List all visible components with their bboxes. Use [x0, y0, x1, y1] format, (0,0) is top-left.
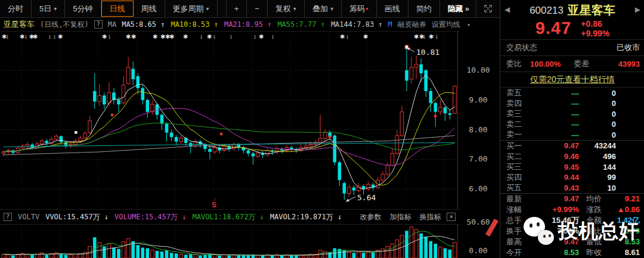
- stat-label: 均价: [579, 194, 614, 204]
- stat-row: 换手7.03%量比0.79: [500, 226, 644, 237]
- price-tick-label: 8.00: [459, 125, 497, 134]
- period-tab-日线[interactable]: 日线: [101, 1, 134, 17]
- period-tab-5日[interactable]: 5日▾: [32, 0, 65, 17]
- toolbar-button-简约[interactable]: 简约: [408, 0, 439, 17]
- bid-row[interactable]: 买三9.45144: [500, 161, 644, 172]
- ask-row[interactable]: 卖五—0: [500, 88, 644, 98]
- ask-volume: 0: [579, 110, 616, 119]
- event-marker-icon: ↕: [53, 33, 56, 41]
- ask-row[interactable]: 卖一—0: [500, 129, 644, 140]
- margin-trading-link[interactable]: 融资融券: [398, 20, 426, 30]
- period-tab-更多周期[interactable]: 更多周期▾: [165, 0, 218, 17]
- toolbar-button-隐藏[interactable]: 隐藏»: [439, 0, 476, 17]
- toolbar: 分时5日▾5分钟日线周线更多周期▾ +−复权▾叠加▾筹码●画线简约隐藏»: [0, 0, 500, 18]
- next-stock-icon[interactable]: ▶: [635, 5, 640, 14]
- bid-volume: 10: [579, 184, 616, 192]
- stat-value: 8.53: [614, 237, 640, 246]
- bid-volume: 99: [579, 173, 616, 182]
- price-tick-label: 10.00: [459, 66, 497, 74]
- ask-row[interactable]: 卖三—0: [500, 108, 644, 119]
- stat-row: 总手15.46万金额1.42亿: [500, 215, 644, 226]
- price-change: +0.86: [581, 19, 609, 29]
- tab-label: 5日: [39, 4, 51, 14]
- tab-label: 周线: [141, 4, 157, 14]
- ask-label: 卖五: [506, 88, 534, 98]
- ask-order-list: 卖五—0卖四—0卖三—0卖二—0卖一—0: [500, 88, 644, 140]
- event-marker-icon: ✱: [429, 33, 434, 41]
- event-marker-icon: ✱: [58, 33, 63, 41]
- stock-name: 亚星客车: [568, 2, 615, 18]
- event-marker-icon: ↕: [230, 33, 233, 41]
- event-marker-icon: ✱: [33, 33, 38, 41]
- toolbar-button-expand[interactable]: [476, 0, 500, 17]
- ma-settings-button[interactable]: 设置均线 ▾: [432, 20, 470, 30]
- tab-label: 分时: [8, 4, 23, 14]
- button-label: 简约: [416, 4, 432, 14]
- toolbar-button-复权[interactable]: 复权▾: [267, 0, 304, 17]
- event-marker-icon: ↕: [200, 33, 203, 41]
- close-icon[interactable]: ×: [447, 213, 456, 221]
- ma-item: MA10:8.53 ↑: [171, 20, 218, 29]
- toolbar-button-+[interactable]: +: [226, 0, 247, 17]
- ma-truncated-label: M: [388, 20, 392, 29]
- stat-label: 最新: [506, 194, 540, 204]
- price-tick-label: 6.00: [459, 184, 497, 193]
- bid-row[interactable]: 买二9.46496: [500, 151, 644, 162]
- toolbar-button-筹码[interactable]: 筹码●: [341, 0, 376, 17]
- stat-label: 今开: [506, 247, 540, 258]
- quote-header: ◀ ▶ 600213 亚星客车 9.47 +0.86 +9.99%: [500, 0, 644, 40]
- indicator-link-换指标[interactable]: 换指标: [419, 212, 441, 222]
- event-marker-icon: ✱: [126, 33, 131, 41]
- period-tab-5分钟[interactable]: 5分钟: [65, 0, 101, 17]
- stat-row: 涨幅+9.99%涨跌▲0.86: [500, 204, 644, 215]
- chart-title: 亚星客车: [4, 19, 35, 30]
- volume-indicator-name: VOLTV: [18, 213, 39, 221]
- event-marker-icon: ✱: [259, 33, 264, 41]
- bid-row[interactable]: 买一9.4743244: [500, 141, 644, 151]
- vol-item: VOLUME:15.457万 ↓: [114, 212, 186, 222]
- volume-value-list: VVOL:15.457万 ↓VOLUME:15.457万 ↓MAVOL1:18.…: [45, 212, 342, 222]
- level2-promo-link[interactable]: 仅需20元查看十档行情: [530, 74, 615, 85]
- stat-label: 金额: [579, 215, 614, 226]
- bid-label: 买三: [506, 161, 534, 172]
- event-marker-icon: ↕: [6, 33, 9, 41]
- price-tick-label: 7.00: [459, 154, 497, 163]
- ask-row[interactable]: 卖二—0: [500, 119, 644, 130]
- chevron-down-icon: ▾: [293, 5, 296, 12]
- ma-settings-label: 设置均线: [432, 20, 460, 29]
- help-icon[interactable]: ?: [94, 20, 103, 29]
- stat-value: 1.42亿: [614, 215, 640, 226]
- toolbar-button-group: +−复权▾叠加▾筹码●画线简约隐藏»: [226, 0, 500, 17]
- button-label: 筹码: [349, 4, 365, 14]
- ask-price: —: [534, 130, 579, 139]
- stat-label: 最低: [579, 237, 614, 247]
- bid-row[interactable]: 买四9.4499: [500, 172, 644, 183]
- button-label: −: [255, 4, 259, 13]
- indicator-link-改参数[interactable]: 改参数: [360, 212, 381, 222]
- stat-label: 昨收: [579, 247, 614, 258]
- indicator-link-加指标[interactable]: 加指标: [389, 212, 411, 222]
- prev-stock-icon[interactable]: ◀: [504, 5, 510, 14]
- chevron-down-icon: ▾: [54, 5, 57, 12]
- stat-label: 涨跌: [579, 204, 614, 215]
- toolbar-button-−[interactable]: −: [246, 0, 267, 17]
- period-tab-周线[interactable]: 周线: [134, 0, 165, 17]
- button-label: 隐藏: [448, 4, 463, 14]
- help-icon[interactable]: ?: [4, 213, 12, 221]
- ask-price: —: [534, 99, 579, 108]
- bid-order-list: 买一9.4743244买二9.46496买三9.45144买四9.4499买五9…: [500, 140, 644, 193]
- ask-volume: 0: [579, 130, 616, 139]
- bid-row[interactable]: 买五9.4310: [500, 182, 644, 193]
- toolbar-button-画线[interactable]: 画线: [376, 0, 408, 17]
- bid-price: 9.43: [534, 184, 579, 192]
- chevrons-right-icon: »: [465, 4, 468, 13]
- stat-value: 8.61: [614, 248, 640, 257]
- bid-price: 9.44: [534, 173, 579, 182]
- stat-value: 8.53: [540, 248, 579, 257]
- event-marker-icon: ↕: [435, 33, 438, 41]
- toolbar-button-叠加[interactable]: 叠加▾: [304, 0, 341, 17]
- ask-row[interactable]: 卖四—0: [500, 98, 644, 109]
- stat-value: 9.47: [540, 194, 579, 203]
- trading-status-label: 交易状态: [506, 42, 537, 53]
- period-tab-分时[interactable]: 分时: [0, 0, 32, 17]
